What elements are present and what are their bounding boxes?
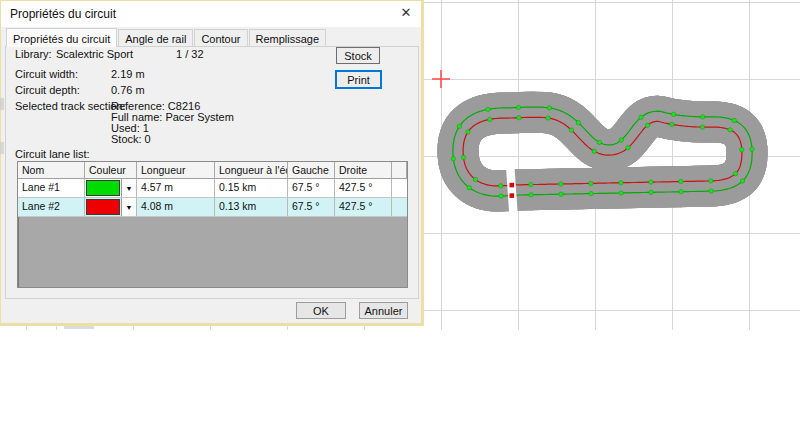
track-section-lines xyxy=(458,112,747,191)
edge-artifact xyxy=(0,98,4,110)
edge-artifact xyxy=(0,142,4,154)
lane2-name[interactable]: Lane #2 xyxy=(18,198,85,217)
col-gauche[interactable]: Gauche xyxy=(288,162,335,179)
circuit-depth-label: Circuit depth: xyxy=(15,84,80,96)
lane2-color-cell[interactable]: ▼ xyxy=(85,198,137,217)
lane-list-label: Circuit lane list: xyxy=(15,148,90,160)
lane-table-header: Nom Couleur Longueur Longueur à l'éc... … xyxy=(18,162,407,179)
col-longueur-echelle[interactable]: Longueur à l'éc... xyxy=(215,162,288,179)
stock-button[interactable]: Stock xyxy=(336,47,380,64)
circuit-depth-value: 0.76 m xyxy=(111,84,145,96)
slot-car-track[interactable] xyxy=(451,105,754,213)
lane2-color-dropdown[interactable]: ▼ xyxy=(121,198,136,216)
lane2-color-swatch[interactable] xyxy=(86,199,120,215)
close-icon[interactable]: ✕ xyxy=(398,5,414,21)
print-button[interactable]: Print xyxy=(335,70,382,89)
library-label: Library: xyxy=(15,48,52,60)
col-filler xyxy=(392,162,407,179)
tab-proprietes-du-circuit[interactable]: Propriétés du circuit xyxy=(6,28,117,47)
col-couleur[interactable]: Couleur xyxy=(85,162,137,179)
lane2-left[interactable]: 67.5 ° xyxy=(288,198,335,217)
cancel-button[interactable]: Annuler xyxy=(359,302,408,319)
chevron-down-icon: ▼ xyxy=(126,204,133,211)
col-longueur[interactable]: Longueur xyxy=(137,162,215,179)
lane1-left[interactable]: 67.5 ° xyxy=(288,179,335,198)
lane1-length[interactable]: 4.57 m xyxy=(137,179,215,198)
lane2-scale-length[interactable]: 0.13 km xyxy=(215,198,288,217)
lane2-length[interactable]: 4.08 m xyxy=(137,198,215,217)
lane1-name[interactable]: Lane #1 xyxy=(18,179,85,198)
lane1-color-cell[interactable]: ▼ xyxy=(85,179,137,198)
tab-strip: Propriétés du circuit Angle de rail Cont… xyxy=(6,29,327,47)
gap-marker-top xyxy=(510,183,515,188)
selected-stock: Stock: 0 xyxy=(111,133,151,145)
lane1-color-swatch[interactable] xyxy=(86,180,120,196)
library-value: Scalextric Sport xyxy=(56,48,133,60)
tab-contour[interactable]: Contour xyxy=(194,29,247,47)
circuit-width-value: 2.19 m xyxy=(111,68,145,80)
canvas-partial-artifact xyxy=(64,326,94,329)
col-droite[interactable]: Droite xyxy=(335,162,392,179)
origin-cross-icon xyxy=(432,70,450,88)
tab-angle-de-rail[interactable]: Angle de rail xyxy=(118,29,193,47)
library-scale: 1 / 32 xyxy=(176,48,204,60)
selected-section-label: Selected track section: xyxy=(15,100,126,112)
lane2-right[interactable]: 427.5 ° xyxy=(335,198,392,217)
gap-marker-bottom xyxy=(510,193,515,198)
chevron-down-icon: ▼ xyxy=(126,185,133,192)
dialog-title: Propriétés du circuit xyxy=(10,7,116,21)
lane1-color-dropdown[interactable]: ▼ xyxy=(121,179,136,197)
lane-table: Nom Couleur Longueur Longueur à l'éc... … xyxy=(17,161,408,288)
lane-row-2[interactable]: Lane #2 ▼ 4.08 m 0.13 km 67.5 ° 427.5 ° xyxy=(18,198,407,217)
lane1-scale-length[interactable]: 0.15 km xyxy=(215,179,288,198)
circuit-width-label: Circuit width: xyxy=(15,68,78,80)
ok-button[interactable]: OK xyxy=(296,302,346,319)
dialog-titlebar[interactable]: Propriétés du circuit ✕ xyxy=(1,1,421,27)
lane1-right[interactable]: 427.5 ° xyxy=(335,179,392,198)
lane-row-1[interactable]: Lane #1 ▼ 4.57 m 0.15 km 67.5 ° 427.5 ° xyxy=(18,179,407,198)
circuit-properties-dialog: Propriétés du circuit ✕ Propriétés du ci… xyxy=(0,0,424,326)
col-nom[interactable]: Nom xyxy=(18,162,85,179)
tab-remplissage[interactable]: Remplissage xyxy=(249,29,327,47)
